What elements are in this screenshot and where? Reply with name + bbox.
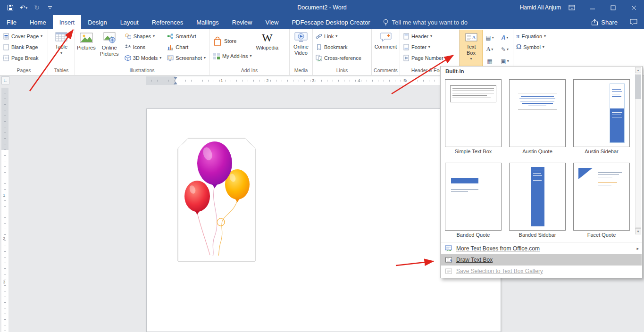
footer-button[interactable]: Footer ▾ [401, 42, 458, 52]
hanging-indent-marker[interactable] [174, 82, 177, 84]
undo-button[interactable]: ↶▾ [18, 2, 29, 13]
menu-item-more-text-boxes[interactable]: More Text Boxes from Office.com ▸ [441, 243, 642, 254]
chevron-down-icon: ▾ [506, 36, 508, 40]
save-button[interactable] [5, 2, 16, 13]
chart-button[interactable]: Chart [165, 42, 208, 52]
group-label-media: Media [290, 67, 312, 75]
gallery-scroll-up-button[interactable]: ▲ [635, 67, 641, 73]
equation-label: Equation [522, 33, 542, 39]
gallery-item-facet-quote[interactable]: Facet Quote [573, 163, 630, 238]
tab-review[interactable]: Review [226, 15, 259, 29]
object-button[interactable]: ▣▾ [497, 55, 512, 67]
equation-button[interactable]: π Equation ▾ [514, 31, 564, 42]
tab-references[interactable]: References [145, 15, 190, 29]
gallery-scrollbar-thumb[interactable] [635, 75, 641, 99]
ribbon-group-links: Link ▾ Bookmark Cross-reference Links [313, 29, 372, 75]
redo-button[interactable]: ↻ [31, 2, 42, 13]
first-line-indent-marker[interactable] [174, 77, 177, 80]
wordart-button[interactable]: A▾ [497, 32, 512, 43]
bookmark-button[interactable]: Bookmark [314, 42, 370, 52]
my-addins-label: My Add-ins [222, 53, 248, 59]
pictures-button[interactable]: Pictures [75, 30, 97, 67]
gallery-item-austin-sidebar[interactable]: Austin Sidebar [573, 79, 630, 154]
screenshot-button[interactable]: Screenshot ▾ [165, 52, 208, 63]
3d-models-button[interactable]: 3D Models ▾ [123, 52, 164, 63]
qat-customize-button[interactable] [44, 2, 56, 13]
smartart-button[interactable]: SmartArt [165, 31, 208, 42]
symbol-icon: Ω [516, 43, 521, 50]
tab-mailings[interactable]: Mailings [190, 15, 226, 29]
quick-parts-button[interactable]: ▤▾ [482, 32, 497, 43]
tab-home[interactable]: Home [23, 15, 53, 29]
user-name[interactable]: Hamid Ali Anjum [520, 4, 561, 11]
tab-file[interactable]: File [0, 15, 23, 29]
maximize-button[interactable] [602, 0, 623, 15]
gallery-item-simple-text-box[interactable]: Simple Text Box [445, 79, 502, 154]
vertical-ruler[interactable]: 1 2 3 [1, 88, 8, 332]
gallery-item-banded-sidebar[interactable]: Banded Sidebar [509, 163, 566, 238]
icons-button[interactable]: Icons [123, 42, 164, 52]
ruler-number: 5 [402, 78, 407, 83]
symbol-button[interactable]: Ω Symbol ▾ [514, 42, 564, 52]
ribbon-tab-bar: File Home Insert Design Layout Reference… [0, 15, 644, 29]
menu-item-draw-text-box[interactable]: A Draw Text Box [441, 254, 642, 266]
scroll-down-icon: ▼ [637, 230, 640, 233]
ribbon-group-tables: Table ▾ Tables [48, 29, 75, 75]
text-box-button[interactable]: A Text Box ▾ [460, 30, 482, 67]
store-label: Store [224, 38, 236, 44]
my-addins-button[interactable]: My Add-ins ▾ [211, 50, 253, 63]
gallery-item-austin-quote[interactable]: Austin Quote [509, 79, 566, 154]
symbol-label: Symbol [523, 44, 541, 50]
tab-pdfescape[interactable]: PDFescape Desktop Creator [285, 15, 376, 29]
tell-me-box[interactable]: Tell me what you want to do [377, 15, 473, 29]
gallery-item-banded-quote[interactable]: Banded Quote [445, 163, 502, 238]
footer-icon [403, 44, 410, 50]
minimize-button[interactable] [582, 0, 602, 15]
quick-access-toolbar: ↶▾ ↻ [0, 2, 56, 13]
group-label-links: Links [313, 67, 371, 75]
blank-page-button[interactable]: Blank Page [1, 42, 47, 52]
page-break-icon [3, 55, 9, 61]
menu-item-label: More Text Boxes from Office.com [456, 245, 540, 252]
tab-design[interactable]: Design [81, 15, 113, 29]
balloons-image[interactable] [177, 137, 256, 262]
comment-button[interactable]: Comment [373, 30, 399, 67]
pictures-label: Pictures [77, 45, 96, 51]
table-label: Table [55, 44, 67, 50]
chevron-down-icon: ▾ [26, 6, 28, 9]
maximize-icon [611, 5, 616, 10]
comments-pane-button[interactable] [623, 15, 644, 29]
chevron-down-icon: ▾ [445, 56, 447, 60]
link-button[interactable]: Link ▾ [314, 31, 370, 42]
tab-layout[interactable]: Layout [114, 15, 145, 29]
date-time-button[interactable]: ▦ [482, 55, 497, 67]
cover-page-button[interactable]: Cover Page ▾ [1, 31, 47, 42]
thumb-preview [445, 79, 502, 147]
tab-stop-selector[interactable]: ∟ [1, 76, 9, 84]
chart-label: Chart [176, 44, 188, 50]
close-button[interactable] [623, 0, 644, 15]
page-number-button[interactable]: Page Number ▾ [401, 52, 458, 63]
online-pictures-button[interactable]: Online Pictures [97, 30, 122, 67]
header-button[interactable]: Header ▾ [401, 31, 458, 42]
ribbon-display-options-button[interactable] [569, 4, 575, 11]
text-box-dropdown: Built-in ▲ ▼ Simple Text Box Austin Quot… [440, 66, 643, 278]
signature-line-button[interactable]: ✎▾ [497, 43, 512, 55]
gallery-item-label: Banded Quote [445, 232, 502, 238]
share-button[interactable]: Share [585, 15, 623, 29]
tab-insert[interactable]: Insert [53, 15, 82, 29]
drop-cap-button[interactable]: A▾ [482, 43, 497, 55]
chevron-down-icon: ▾ [507, 59, 509, 63]
table-button[interactable]: Table ▾ [54, 30, 69, 67]
page-break-button[interactable]: Page Break [1, 52, 47, 63]
store-button[interactable]: Store [211, 34, 253, 48]
shapes-button[interactable]: Shapes ▾ [123, 31, 164, 42]
ruler-ticks [4, 88, 6, 332]
gallery-scroll-down-button[interactable]: ▼ [635, 228, 641, 234]
cross-reference-button[interactable]: Cross-reference [314, 52, 370, 63]
icons-label: Icons [133, 44, 145, 50]
online-video-button[interactable]: Online Video [290, 30, 312, 67]
shapes-label: Shapes [134, 33, 151, 39]
wikipedia-button[interactable]: W Wikipedia [254, 30, 280, 67]
tab-view[interactable]: View [259, 15, 285, 29]
